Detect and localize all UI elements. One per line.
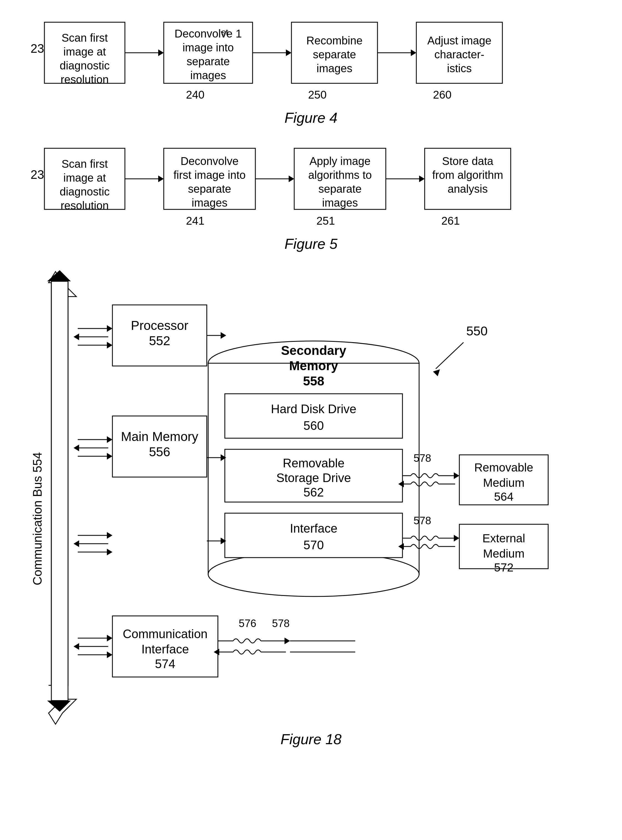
figure5-section: 231 Scan first image at diagnostic resol… bbox=[22, 143, 600, 252]
svg-text:572: 572 bbox=[494, 561, 514, 574]
svg-text:External: External bbox=[482, 532, 525, 545]
svg-text:image into: image into bbox=[183, 41, 234, 53]
svg-text:image at: image at bbox=[63, 172, 106, 184]
svg-text:algorithms to: algorithms to bbox=[308, 169, 372, 181]
svg-marker-64 bbox=[47, 270, 71, 281]
svg-text:separate: separate bbox=[188, 183, 231, 195]
svg-text:552: 552 bbox=[149, 333, 171, 348]
svg-text:550: 550 bbox=[466, 324, 488, 338]
svg-marker-111 bbox=[221, 332, 226, 339]
svg-rect-63 bbox=[51, 281, 68, 701]
svg-marker-52 bbox=[419, 176, 425, 182]
svg-text:570: 570 bbox=[303, 538, 324, 552]
figure18-section: Communication Bus 554 Processor 552 bbox=[22, 269, 600, 748]
svg-line-86 bbox=[436, 342, 463, 369]
svg-text:images: images bbox=[322, 197, 358, 209]
svg-marker-44 bbox=[289, 176, 294, 182]
svg-text:558: 558 bbox=[303, 374, 325, 388]
svg-text:562: 562 bbox=[303, 486, 324, 499]
svg-text:241: 241 bbox=[186, 215, 204, 227]
svg-text:Medium: Medium bbox=[483, 547, 524, 560]
svg-marker-23 bbox=[411, 49, 416, 56]
svg-text:Deconvolve 1: Deconvolve 1 bbox=[175, 27, 242, 40]
svg-text:Memory: Memory bbox=[289, 359, 338, 373]
svg-marker-141 bbox=[73, 643, 79, 650]
svg-marker-139 bbox=[107, 635, 113, 641]
svg-text:images: images bbox=[317, 62, 352, 75]
svg-text:resolution: resolution bbox=[61, 73, 108, 86]
svg-text:Deconvolve: Deconvolve bbox=[180, 155, 238, 167]
svg-text:Interface: Interface bbox=[141, 642, 189, 656]
svg-text:574: 574 bbox=[155, 657, 175, 670]
svg-text:images: images bbox=[191, 69, 226, 81]
svg-text:Processor: Processor bbox=[131, 318, 188, 333]
svg-text:Communication Bus 554: Communication Bus 554 bbox=[30, 452, 44, 585]
svg-text:resolution: resolution bbox=[61, 199, 108, 212]
svg-text:Removable: Removable bbox=[474, 461, 533, 474]
svg-marker-7 bbox=[158, 49, 164, 56]
svg-text:character-: character- bbox=[434, 48, 484, 61]
svg-marker-107 bbox=[73, 541, 79, 547]
svg-text:Main Memory: Main Memory bbox=[121, 429, 198, 444]
svg-text:578: 578 bbox=[413, 452, 431, 464]
svg-text:251: 251 bbox=[316, 215, 335, 227]
svg-text:images: images bbox=[192, 197, 227, 209]
svg-text:analysis: analysis bbox=[448, 183, 488, 195]
svg-text:image at: image at bbox=[63, 46, 106, 58]
page: 230 Scan first image at diagnostic resol… bbox=[0, 0, 622, 764]
svg-text:Secondary: Secondary bbox=[281, 343, 346, 358]
svg-text:556: 556 bbox=[149, 444, 171, 459]
svg-text:576: 576 bbox=[239, 618, 256, 629]
svg-marker-72 bbox=[107, 342, 113, 348]
svg-text:separate: separate bbox=[313, 48, 356, 61]
svg-point-90 bbox=[208, 552, 419, 596]
svg-text:564: 564 bbox=[494, 490, 514, 503]
svg-text:Hard Disk Drive: Hard Disk Drive bbox=[271, 402, 357, 416]
svg-text:istics: istics bbox=[447, 62, 472, 75]
svg-text:578: 578 bbox=[272, 618, 290, 629]
svg-marker-119 bbox=[454, 472, 459, 479]
figure18-caption: Figure 18 bbox=[22, 731, 600, 748]
svg-text:Scan first: Scan first bbox=[62, 32, 108, 44]
svg-text:Communication: Communication bbox=[123, 627, 207, 641]
svg-text:Medium: Medium bbox=[483, 476, 524, 489]
svg-marker-81 bbox=[107, 453, 113, 460]
svg-marker-152 bbox=[285, 638, 290, 644]
svg-text:separate: separate bbox=[319, 183, 362, 195]
svg-text:separate: separate bbox=[186, 55, 230, 67]
svg-marker-143 bbox=[107, 651, 113, 658]
svg-text:Apply image: Apply image bbox=[309, 155, 370, 167]
svg-text:560: 560 bbox=[303, 419, 324, 432]
svg-text:Recombine: Recombine bbox=[306, 34, 363, 47]
svg-marker-109 bbox=[107, 549, 113, 555]
figure4-caption: Figure 4 bbox=[22, 109, 600, 126]
svg-text:diagnostic: diagnostic bbox=[59, 185, 110, 198]
svg-text:from algorithm: from algorithm bbox=[432, 169, 503, 181]
svg-marker-16 bbox=[286, 49, 291, 56]
svg-text:st: st bbox=[221, 27, 229, 37]
svg-text:260: 260 bbox=[433, 89, 451, 101]
svg-marker-36 bbox=[158, 176, 164, 182]
svg-marker-77 bbox=[107, 436, 113, 443]
figure5-caption: Figure 5 bbox=[22, 235, 600, 252]
svg-marker-70 bbox=[73, 333, 79, 340]
svg-marker-68 bbox=[107, 325, 113, 332]
svg-text:578: 578 bbox=[413, 515, 431, 527]
svg-marker-79 bbox=[73, 444, 79, 451]
svg-text:261: 261 bbox=[441, 215, 460, 227]
figure4-section: 230 Scan first image at diagnostic resol… bbox=[22, 17, 600, 126]
svg-text:Scan first: Scan first bbox=[62, 158, 108, 170]
svg-marker-105 bbox=[107, 532, 113, 539]
svg-marker-130 bbox=[454, 535, 459, 542]
svg-marker-87 bbox=[433, 369, 440, 376]
figure5-diagram: 231 Scan first image at diagnostic resol… bbox=[22, 143, 599, 232]
svg-text:Interface: Interface bbox=[290, 521, 337, 535]
figure18-diagram: Communication Bus 554 Processor 552 bbox=[22, 269, 605, 727]
svg-text:240: 240 bbox=[186, 89, 204, 101]
figure4-diagram: 230 Scan first image at diagnostic resol… bbox=[22, 17, 599, 105]
svg-text:first image into: first image into bbox=[174, 169, 245, 181]
svg-text:Store data: Store data bbox=[442, 155, 494, 167]
svg-text:Adjust image: Adjust image bbox=[427, 34, 491, 47]
svg-text:diagnostic: diagnostic bbox=[59, 60, 110, 72]
svg-text:Removable: Removable bbox=[283, 456, 345, 470]
